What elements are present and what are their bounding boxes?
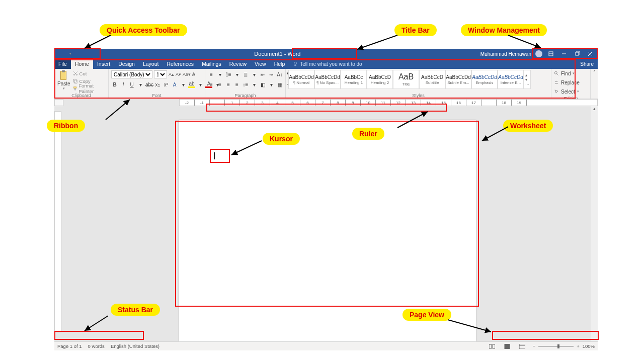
tab-insert[interactable]: Insert [93,59,114,69]
quick-access-toolbar: ▾ [54,49,74,59]
increase-indent-icon[interactable]: ⇥ [268,72,275,77]
tab-mailings[interactable]: Mailings [198,59,225,69]
close-icon[interactable] [586,50,595,57]
tab-home[interactable]: Home [71,59,93,69]
multilevel-list-icon[interactable]: ≣ [242,72,249,77]
style-caption: ¶ Normal [293,80,309,85]
borders-icon[interactable]: ▦ [276,82,283,87]
subscript-button[interactable]: x₂ [154,82,161,87]
style-tile-1[interactable]: AaBbCcDd¶ No Spac... [314,70,341,89]
style-preview: AaBbCcD [369,74,391,80]
styles-more-icon[interactable]: ▴▾⋯ [524,70,531,89]
print-layout-icon[interactable] [503,343,512,350]
font-name-select[interactable]: Calibri (Body) [111,70,152,78]
paste-icon [58,70,69,81]
change-case-icon[interactable]: Aa▾ [183,72,191,77]
title-bar: ▾ Document1 - Word Muhammad Hernawan [54,49,598,59]
bold-button[interactable]: B [111,82,118,87]
style-preview: AaBbCcD [421,74,443,80]
sort-icon[interactable]: A↓ [276,72,283,77]
status-language[interactable]: English (United States) [111,343,159,349]
tab-design[interactable]: Design [114,59,139,69]
scroll-up-icon[interactable]: ▴ [591,106,598,113]
text-effects-icon[interactable]: A [171,82,178,87]
callout-kursor: Kursor [263,133,300,145]
horizontal-ruler[interactable]: -2-112345678910111213141516171819 [179,99,598,106]
style-tile-2[interactable]: AaBbCcHeading 1 [341,70,367,89]
user-avatar-icon[interactable] [535,50,542,57]
replace-button[interactable]: Replace [554,79,580,86]
underline-button[interactable]: U [128,82,135,87]
numbering-icon[interactable]: 1≡ [225,72,232,77]
zoom-out-icon[interactable]: − [533,343,536,349]
zoom-slider[interactable] [538,346,574,347]
share-button[interactable]: Share [576,59,598,69]
vertical-ruler[interactable] [54,111,61,332]
line-spacing-icon[interactable]: ↕≡ [242,82,249,87]
style-tile-8[interactable]: AaBbCcDdIntense E... [498,70,524,89]
paste-dropdown-icon[interactable]: ▾ [63,86,65,90]
tab-file[interactable]: File [54,59,71,69]
clear-formatting-icon[interactable]: A̶ [192,72,195,77]
status-page[interactable]: Page 1 of 1 [57,343,82,349]
svg-line-21 [85,35,111,48]
status-words[interactable]: 0 words [88,343,105,349]
style-tile-6[interactable]: AaBbCcDdSubtle Em... [445,70,471,89]
align-left-icon[interactable]: ≡ [208,82,215,87]
shading-icon[interactable]: ◧ [259,82,266,87]
tab-layout[interactable]: Layout [139,59,163,69]
style-tile-0[interactable]: AaBbCcDd¶ Normal [288,70,314,89]
format-painter-icon [73,86,77,91]
styles-group-label: Styles [286,93,551,99]
strikethrough-button[interactable]: abc [145,82,152,87]
format-painter-label: Format Painter [78,83,106,94]
select-button[interactable]: Select▾ [554,88,579,95]
zoom-in-icon[interactable]: + [577,343,580,349]
web-layout-icon[interactable] [518,343,527,350]
tab-help[interactable]: Help [270,59,289,69]
tab-view[interactable]: View [251,59,270,69]
read-mode-icon[interactable] [488,343,497,350]
tab-review[interactable]: Review [225,59,251,69]
vertical-scrollbar[interactable]: ▴ [591,106,598,341]
align-center-icon[interactable]: ≡ [216,82,223,87]
user-name[interactable]: Muhammad Hernawan [480,51,531,57]
font-size-select[interactable]: 11 [154,70,167,78]
minimize-icon[interactable] [559,50,569,57]
italic-button[interactable]: I [120,82,127,87]
ruler-tick: 18 [497,100,512,106]
align-right-icon[interactable]: ≡ [225,82,232,87]
style-caption: Intense E... [501,80,521,85]
style-caption: ¶ No Spac... [316,80,339,85]
grow-font-icon[interactable]: A▴ [169,72,174,77]
find-button[interactable]: Find▾ [554,70,575,77]
superscript-button[interactable]: x² [163,82,170,87]
style-tile-4[interactable]: AaBTitle [393,70,419,89]
style-tile-5[interactable]: AaBbCcDSubtitle [419,70,445,89]
collapse-ribbon-icon[interactable]: ˄ [591,69,598,99]
zoom-level[interactable]: 100% [583,343,595,349]
zoom-control[interactable]: − + 100% [533,343,595,349]
group-font: Calibri (Body) 11 A▴ A▾ Aa▾ A̶ B I U▾ ab… [109,69,205,99]
cut-button[interactable]: Cut [73,70,106,77]
tab-references[interactable]: References [163,59,198,69]
ribbon-display-options-icon[interactable] [546,50,555,57]
justify-icon[interactable]: ≡ [233,82,240,87]
document-page[interactable] [179,120,476,341]
tell-me-search[interactable]: Tell me what you want to do [289,59,362,69]
format-painter-button[interactable]: Format Painter [73,85,106,92]
style-tile-7[interactable]: AaBbCcDdEmphasis [471,70,498,89]
bullets-icon[interactable]: ≡ [208,72,215,77]
shrink-font-icon[interactable]: A▾ [176,72,181,77]
paste-label: Paste [57,81,70,86]
svg-rect-13 [74,88,75,90]
customize-qat-icon[interactable]: ▾ [69,52,71,56]
decrease-indent-icon[interactable]: ⇤ [259,72,266,77]
paste-button[interactable]: Paste ▾ [57,70,71,90]
restore-icon[interactable] [573,50,582,57]
highlight-icon[interactable]: ab [188,81,195,88]
replace-label: Replace [561,80,580,85]
ruler-corner[interactable] [54,99,63,106]
svg-line-15 [557,74,558,75]
style-tile-3[interactable]: AaBbCcDHeading 2 [367,70,393,89]
